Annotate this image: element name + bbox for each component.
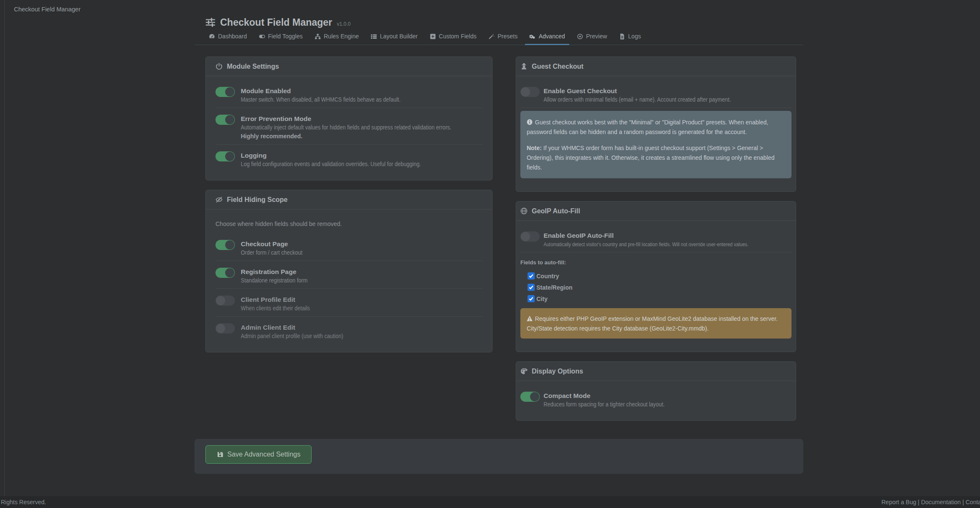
gauge-icon	[209, 33, 215, 40]
tab-field-toggles[interactable]: Field Toggles	[255, 31, 307, 45]
setting-label: Compact Mode	[544, 391, 678, 400]
setting-description: Allow orders with minimal fields (email …	[544, 96, 731, 104]
setting-description: Automatically detect visitor's country a…	[544, 240, 748, 248]
setting-label: Enable GeoIP Auto-Fill	[544, 231, 787, 240]
tab-logs[interactable]: Logs	[615, 31, 645, 45]
setting-label: Checkout Page	[241, 239, 310, 249]
admin-client-edit-toggle[interactable]	[215, 323, 235, 333]
user-secret-icon	[520, 63, 528, 70]
panel-guest-checkout: Guest Checkout Enable Guest Checkout All…	[516, 56, 796, 192]
setting-emphasis: Highly recommended.	[241, 132, 475, 140]
setting-row-admin-client-edit: Admin Client Edit Admin panel client pro…	[215, 317, 482, 344]
panel-title: GeoIP Auto-Fill	[532, 207, 580, 215]
setting-description: Log field configuration events and valid…	[241, 160, 421, 168]
tab-custom-fields[interactable]: Custom Fields	[425, 31, 481, 45]
module-title: Checkout Field Manager	[220, 17, 332, 28]
tab-layout-builder[interactable]: Layout Builder	[366, 31, 422, 45]
panel-display-options: Display Options Compact Mode Reduces for…	[516, 361, 796, 421]
panel-title: Display Options	[532, 368, 583, 375]
left-column: Module Settings Module Enabled Master sw…	[205, 56, 493, 352]
table-icon	[371, 33, 377, 40]
checkbox-icon	[528, 295, 535, 302]
panel-body: Choose where hidden fields should be rem…	[206, 210, 492, 352]
footer-separator: |	[916, 499, 921, 505]
report-a-bug-link[interactable]: Report a Bug	[881, 499, 916, 505]
registration-page-toggle[interactable]	[215, 268, 235, 278]
panel-geoip-autofill: GeoIP Auto-Fill Enable GeoIP Auto-Fill A…	[516, 201, 796, 352]
compact-mode-toggle[interactable]	[520, 392, 540, 402]
checkbox-state-region[interactable]: State/Region	[528, 284, 792, 291]
tab-label: Presets	[498, 33, 517, 40]
setting-row-logging: Logging Log field configuration events a…	[215, 145, 482, 172]
palette-icon	[520, 368, 528, 375]
tab-rules-engine[interactable]: Rules Engine	[310, 31, 363, 45]
warning-alert-text: Requires either PHP GeoIP extension or M…	[527, 315, 778, 332]
guest-checkout-info-alert: Guest checkout works best with the "Mini…	[520, 111, 792, 178]
setting-row-registration-page: Registration Page Standalone registratio…	[215, 261, 482, 289]
tab-label: Custom Fields	[439, 33, 477, 40]
power-icon	[215, 63, 223, 70]
tab-dashboard[interactable]: Dashboard	[205, 31, 251, 45]
tab-label: Dashboard	[218, 33, 247, 40]
setting-description: Standalone registration form	[241, 277, 307, 285]
globe-icon	[520, 207, 528, 215]
warning-triangle-icon	[527, 315, 533, 322]
footer-links: Report a Bug | Documentation | Contact	[881, 499, 980, 505]
panel-body: Enable GeoIP Auto-Fill Automatically det…	[516, 221, 796, 352]
file-icon	[619, 33, 625, 40]
save-button-label: Save Advanced Settings	[227, 451, 300, 458]
panel-intro: Choose where hidden fields should be rem…	[215, 220, 482, 233]
toggle-icon	[259, 33, 265, 40]
tab-preview[interactable]: Preview	[573, 31, 611, 45]
enable-guest-checkout-toggle[interactable]	[520, 87, 540, 97]
panel-title: Guest Checkout	[532, 63, 584, 70]
tab-label: Logs	[628, 33, 641, 40]
module-enabled-toggle[interactable]	[215, 87, 235, 97]
checkbox-label: Country	[536, 273, 559, 280]
save-advanced-settings-button[interactable]: Save Advanced Settings	[205, 445, 312, 464]
setting-row-error-prevention: Error Prevention Mode Automatically inje…	[215, 108, 482, 145]
setting-label: Client Profile Edit	[241, 295, 318, 304]
panel-body: Module Enabled Master switch. When disab…	[206, 76, 492, 180]
panel-field-hiding-scope: Field Hiding Scope Choose where hidden f…	[205, 190, 493, 352]
setting-row-client-profile-edit: Client Profile Edit When clients edit th…	[215, 289, 482, 317]
sliders-icon	[205, 17, 215, 27]
setting-row-enable-guest-checkout: Enable Guest Checkout Allow orders with …	[520, 86, 792, 108]
tab-label: Field Toggles	[268, 33, 303, 40]
documentation-link[interactable]: Documentation	[921, 499, 961, 505]
enable-geoip-toggle[interactable]	[520, 231, 540, 242]
note-text: If your WHMCS order form has built-in gu…	[527, 144, 775, 171]
checkbox-icon	[528, 272, 535, 280]
setting-row-enable-geoip: Enable GeoIP Auto-Fill Automatically det…	[520, 231, 792, 253]
setting-row-module-enabled: Module Enabled Master switch. When disab…	[215, 86, 482, 108]
setting-label: Registration Page	[241, 267, 315, 277]
tab-presets[interactable]: Presets	[484, 31, 522, 45]
footer-separator: |	[961, 499, 965, 505]
setting-description: Admin panel client profile (use with cau…	[241, 332, 343, 340]
tab-label: Preview	[586, 33, 607, 40]
diagram-icon	[315, 33, 321, 40]
setting-label: Admin Client Edit	[241, 323, 355, 332]
panel-header: GeoIP Auto-Fill	[516, 202, 796, 221]
module-version: v1.0.0	[337, 21, 351, 28]
error-prevention-toggle[interactable]	[215, 115, 235, 125]
checkout-page-toggle[interactable]	[215, 240, 235, 250]
info-circle-icon	[527, 119, 533, 125]
checkbox-country[interactable]: Country	[528, 272, 792, 280]
panel-title: Field Hiding Scope	[227, 196, 288, 204]
panels-grid: Module Settings Module Enabled Master sw…	[205, 56, 803, 421]
checkbox-label: City	[536, 296, 547, 302]
eye-icon	[577, 33, 583, 40]
logging-toggle[interactable]	[215, 151, 235, 161]
plus-square-icon	[430, 33, 436, 40]
client-profile-edit-toggle[interactable]	[215, 296, 235, 306]
tab-label: Rules Engine	[324, 33, 359, 40]
setting-description: Reduces form spacing for a tighter check…	[544, 400, 665, 409]
module-content: Checkout Field Manager v1.0.0 Dashboard …	[194, 17, 803, 474]
geoip-warning-alert: Requires either PHP GeoIP extension or M…	[520, 308, 792, 339]
panel-header: Field Hiding Scope	[206, 190, 492, 210]
tab-advanced[interactable]: Advanced	[525, 31, 569, 45]
contact-link[interactable]: Contact	[966, 499, 980, 505]
gears-icon	[529, 33, 536, 40]
checkbox-city[interactable]: City	[528, 295, 792, 302]
